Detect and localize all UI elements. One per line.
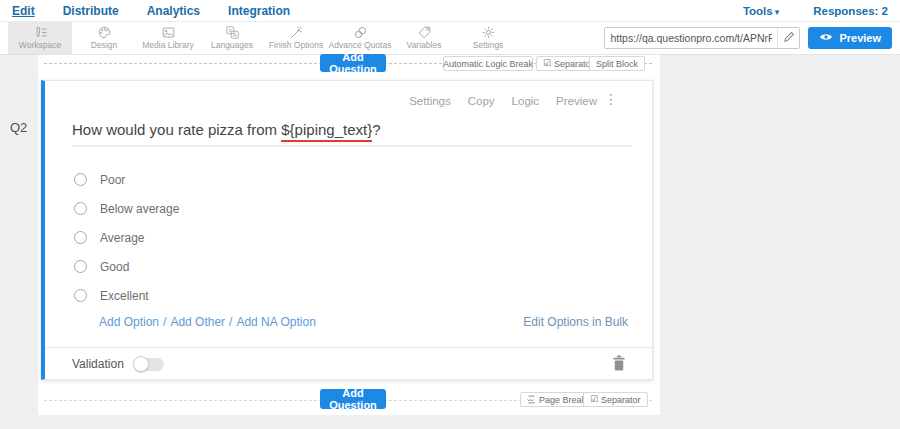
svg-text:x: x (228, 27, 231, 33)
radio-icon[interactable] (74, 289, 87, 302)
toggle-knob (133, 356, 149, 372)
question-number: Q2 (10, 120, 27, 135)
question-settings-link[interactable]: Settings (409, 95, 451, 107)
tab-workspace[interactable]: Workspace (8, 22, 72, 54)
link-separator: / (229, 315, 232, 329)
question-text[interactable]: How would you rate pizza from ${piping_t… (72, 121, 632, 147)
radio-icon[interactable] (74, 173, 87, 186)
validation-toggle[interactable] (134, 358, 164, 371)
link-separator: / (163, 315, 166, 329)
card-divider (45, 347, 652, 348)
option-row[interactable]: Below average (74, 194, 622, 223)
responses-link[interactable]: Responses: 2 (813, 5, 888, 17)
answer-options: Poor Below average Average Good Excellen… (74, 165, 622, 310)
radio-icon[interactable] (74, 202, 87, 215)
tools-menu[interactable]: Tools▾ (743, 5, 779, 17)
validation-row: Validation (72, 357, 164, 371)
question-card: Settings Copy Logic Preview ⋮ How would … (41, 80, 653, 380)
palette-icon (97, 26, 112, 39)
edit-url-button[interactable] (777, 28, 799, 48)
automatic-logic-break-button[interactable]: Automatic Logic Break (443, 56, 533, 71)
tab-media-library[interactable]: Media Library (136, 22, 200, 54)
tab-finish-options[interactable]: Finish Options (264, 22, 328, 54)
add-question-button-bottom[interactable]: Add Question (320, 389, 386, 409)
option-row[interactable]: Poor (74, 165, 622, 194)
translate-icon: xA (225, 26, 240, 39)
question-card-menu: Settings Copy Logic Preview (409, 95, 597, 107)
trash-icon (612, 357, 626, 374)
separator-button-bottom[interactable]: ☑ Separator (583, 392, 648, 407)
option-row[interactable]: Good (74, 252, 622, 281)
svg-text:A: A (232, 32, 236, 38)
edit-toolbar: Workspace Design Media Library xA Langua… (0, 22, 900, 55)
gear-icon (481, 26, 496, 39)
delete-question-button[interactable] (612, 355, 626, 375)
add-other-link[interactable]: Add Other (170, 315, 225, 329)
validation-label: Validation (72, 357, 124, 371)
eye-icon (819, 32, 833, 44)
option-row[interactable]: Excellent (74, 281, 622, 310)
checkbox-icon: ☑ (543, 59, 551, 68)
nav-analytics[interactable]: Analytics (147, 4, 200, 18)
image-icon (161, 26, 176, 39)
workspace-panel: Add Question Automatic Logic Break ☑ Sep… (38, 55, 660, 415)
split-block-button[interactable]: Split Block (589, 56, 645, 71)
chain-links-icon (353, 26, 368, 39)
survey-url-box (604, 27, 800, 49)
tab-advance-quotas[interactable]: Advance Quotas (328, 22, 392, 54)
option-row[interactable]: Average (74, 223, 622, 252)
add-question-button-top[interactable]: Add Question (320, 54, 386, 72)
workspace-icon (33, 26, 48, 39)
add-option-link[interactable]: Add Option (99, 315, 159, 329)
question-preview-link[interactable]: Preview (556, 95, 597, 107)
survey-url-input[interactable] (605, 32, 777, 44)
chevron-down-icon: ▾ (775, 7, 780, 17)
tab-design[interactable]: Design (72, 22, 136, 54)
add-na-option-link[interactable]: Add NA Option (236, 315, 315, 329)
nav-edit[interactable]: Edit (12, 4, 35, 18)
tab-languages[interactable]: xA Languages (200, 22, 264, 54)
kebab-menu-icon[interactable]: ⋮ (604, 92, 618, 106)
top-nav: Edit Distribute Analytics Integration To… (0, 0, 900, 22)
tag-icon (417, 26, 432, 39)
page-break-icon (527, 395, 536, 404)
magic-wand-icon (289, 26, 304, 39)
nav-integration[interactable]: Integration (228, 4, 290, 18)
tab-variables[interactable]: Variables (392, 22, 456, 54)
checkbox-icon: ☑ (590, 395, 598, 404)
piping-text-token: ${piping_text} (281, 121, 372, 142)
option-links-row: Add Option / Add Other / Add NA Option E… (99, 315, 628, 329)
edit-options-in-bulk-link[interactable]: Edit Options in Bulk (523, 315, 628, 329)
radio-icon[interactable] (74, 231, 87, 244)
nav-distribute[interactable]: Distribute (63, 4, 119, 18)
tab-settings[interactable]: Settings (456, 22, 520, 54)
question-logic-link[interactable]: Logic (512, 95, 540, 107)
preview-button[interactable]: Preview (808, 27, 892, 49)
question-copy-link[interactable]: Copy (468, 95, 495, 107)
pencil-icon (783, 29, 795, 47)
radio-icon[interactable] (74, 260, 87, 273)
